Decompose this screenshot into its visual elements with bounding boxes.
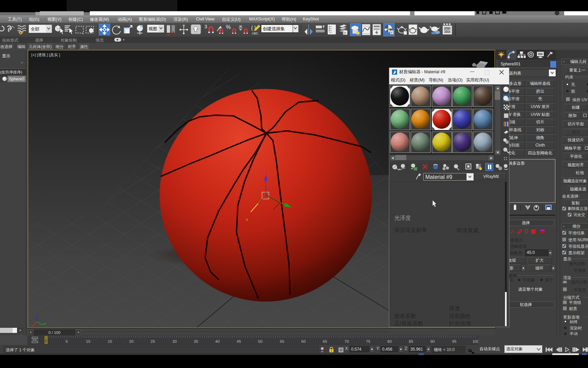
svg-text:5: 5	[66, 339, 68, 343]
svg-text:40: 40	[215, 339, 220, 343]
svg-text:80: 80	[388, 339, 392, 343]
svg-text:95: 95	[452, 339, 457, 343]
svg-text:35: 35	[194, 339, 198, 343]
svg-text:创建选择集: 创建选择集	[263, 26, 285, 31]
svg-text:10: 10	[86, 339, 91, 343]
svg-text:视图: 视图	[148, 26, 157, 31]
svg-text:z: z	[35, 312, 37, 316]
svg-text:90: 90	[430, 339, 435, 343]
svg-text:65: 65	[323, 339, 327, 343]
svg-text:全部: 全部	[31, 27, 39, 32]
svg-text:25: 25	[151, 339, 155, 343]
svg-text:100: 100	[472, 339, 478, 343]
svg-text:55: 55	[280, 339, 284, 343]
svg-text:45: 45	[237, 339, 241, 343]
svg-text:15: 15	[108, 339, 112, 343]
svg-text:60: 60	[301, 339, 306, 343]
svg-text:ABC: ABC	[252, 32, 258, 35]
svg-text:70: 70	[345, 339, 349, 343]
svg-text:z: z	[264, 170, 266, 174]
svg-text:3: 3	[205, 24, 207, 29]
svg-text:%: %	[226, 24, 231, 30]
svg-text:50: 50	[258, 339, 263, 343]
svg-text:85: 85	[409, 339, 413, 343]
svg-text:20: 20	[129, 339, 134, 343]
svg-text:30: 30	[173, 339, 177, 343]
svg-text:75: 75	[366, 339, 371, 343]
svg-text:x: x	[246, 217, 248, 221]
